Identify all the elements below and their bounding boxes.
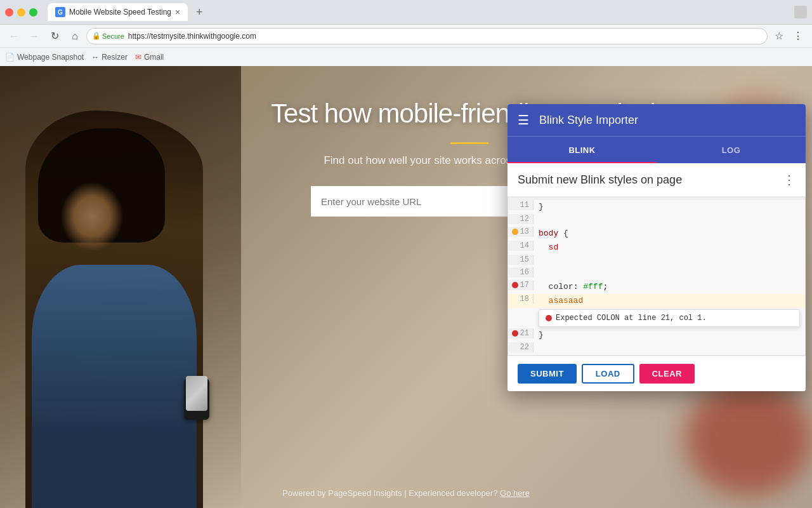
bookmark-label: Gmail	[144, 53, 164, 62]
code-line-22: 22	[508, 342, 805, 355]
code-line-13: 13 body {	[508, 227, 805, 241]
extension-icon[interactable]	[794, 6, 807, 18]
line-content-22	[534, 342, 805, 344]
bookmarks-bar: 📄Webpage Snapshot ↔Resizer ✉Gmail	[0, 47, 812, 66]
panel-title: Blink Style Importer	[539, 114, 796, 127]
browser-chrome: G Mobile Website Speed Testing × + ← → ↻…	[0, 0, 812, 66]
section-title-bar: Submit new Blink styles on page ⋮	[508, 163, 806, 197]
home-button[interactable]: ⌂	[66, 27, 84, 45]
close-button[interactable]	[5, 8, 13, 17]
forward-button[interactable]: →	[25, 27, 43, 45]
bookmark-webpage-snapshot[interactable]: 📄Webpage Snapshot	[5, 53, 84, 62]
hamburger-icon[interactable]: ☰	[518, 112, 529, 128]
toolbar-icons: ☆ ⋮	[770, 27, 807, 45]
line-number-13: 13	[520, 227, 529, 236]
line-number-18: 18	[520, 295, 529, 304]
line-content-16	[534, 267, 805, 269]
browser-controls-right	[794, 6, 807, 18]
url-display: https://testmysite.thinkwithgoogle.com	[128, 32, 762, 41]
refresh-button[interactable]: ↻	[46, 27, 63, 45]
browser-tab[interactable]: G Mobile Website Speed Testing ×	[48, 3, 188, 21]
line-number-16: 16	[520, 268, 529, 277]
blink-header: ☰ Blink Style Importer	[508, 104, 806, 136]
bookmark-resizer[interactable]: ↔Resizer	[91, 53, 128, 62]
line-content-12	[534, 214, 805, 215]
code-line-17: 17 color: #fff;	[508, 280, 805, 294]
page-content: Test how mobile-friendly your site is Fi…	[0, 66, 812, 508]
line-content-21: }	[534, 328, 805, 342]
settings-button[interactable]: ⋮	[789, 27, 807, 45]
code-line-21: 21 }	[508, 328, 805, 342]
bg-blob-2	[685, 381, 812, 495]
line-content-17: color: #fff;	[534, 280, 805, 294]
hero-accent-line	[450, 142, 488, 144]
error-message: Expected COLON at line 21, col 1.	[556, 314, 707, 323]
tab-title: Mobile Website Speed Testing	[69, 8, 171, 17]
line-indicator-17	[512, 282, 518, 288]
code-line-18: 18 asasaad	[508, 294, 805, 308]
line-content-15	[534, 255, 805, 256]
line-number-17: 17	[520, 281, 529, 290]
blink-content: Submit new Blink styles on page ⋮ 11 }	[508, 163, 806, 391]
line-number-14: 14	[520, 241, 529, 250]
clear-button[interactable]: CLEAR	[639, 364, 695, 384]
tab-log[interactable]: LOG	[657, 137, 806, 163]
submit-button[interactable]: SUBMIT	[518, 364, 577, 384]
tab-close-button[interactable]: ×	[175, 8, 180, 17]
line-number-15: 15	[520, 255, 529, 264]
bookmark-label: Resizer	[102, 53, 128, 62]
blink-actions: SUBMIT LOAD CLEAR	[508, 356, 806, 391]
bookmark-gmail[interactable]: ✉Gmail	[135, 53, 164, 62]
back-button[interactable]: ←	[5, 27, 23, 45]
minimize-button[interactable]	[17, 8, 25, 17]
line-indicator-13	[512, 229, 518, 235]
tab-favicon: G	[55, 7, 65, 17]
maximize-button[interactable]	[29, 8, 37, 17]
code-line-16: 16	[508, 267, 805, 280]
section-title: Submit new Blink styles on page	[518, 173, 682, 187]
line-indicator-21	[512, 330, 518, 337]
error-tooltip: Expected COLON at line 21, col 1.	[539, 309, 800, 327]
new-tab-button[interactable]: +	[190, 3, 208, 21]
tab-blink[interactable]: BLINK	[508, 137, 657, 163]
code-line-12: 12	[508, 214, 805, 227]
address-bar[interactable]: 🔒 Secure https://testmysite.thinkwithgoo…	[86, 28, 768, 44]
footer-link[interactable]: Go here	[500, 488, 530, 498]
line-number-22: 22	[520, 343, 529, 352]
blink-tabs: BLINK LOG	[508, 136, 806, 163]
code-line-11: 11 }	[508, 200, 805, 214]
load-button[interactable]: LOAD	[582, 364, 634, 384]
navigation-toolbar: ← → ↻ ⌂ 🔒 Secure https://testmysite.thin…	[0, 24, 812, 47]
line-number-12: 12	[520, 215, 529, 224]
code-line-15: 15	[508, 255, 805, 267]
blink-panel: ☰ Blink Style Importer BLINK LOG Submit …	[508, 104, 806, 391]
line-content-13: body {	[534, 227, 805, 241]
line-content-14: sd	[534, 241, 805, 255]
window-controls	[5, 8, 37, 17]
bookmark-button[interactable]: ☆	[770, 27, 788, 45]
line-content-11: }	[534, 200, 805, 214]
error-dot-icon	[546, 315, 552, 321]
code-editor[interactable]: 11 } 12 13	[508, 197, 806, 356]
title-bar: G Mobile Website Speed Testing × +	[0, 0, 812, 24]
more-options-button[interactable]: ⋮	[783, 172, 796, 187]
secure-icon: 🔒 Secure	[92, 32, 124, 40]
code-line-14: 14 sd	[508, 241, 805, 255]
line-number-11: 11	[520, 201, 529, 210]
bookmark-label: Webpage Snapshot	[17, 53, 84, 62]
line-content-18: asasaad	[534, 294, 805, 308]
line-number-21: 21	[520, 329, 529, 338]
secure-label: Secure	[102, 32, 124, 40]
footer-area: Powered by PageSpeed Insights | Experien…	[0, 488, 812, 498]
